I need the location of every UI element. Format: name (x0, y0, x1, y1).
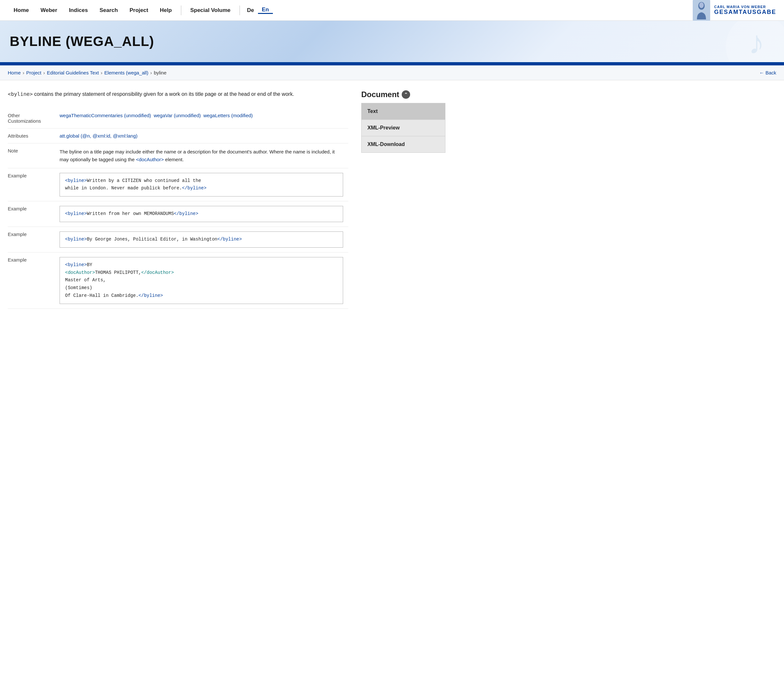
music-note-decoration: ♪ (748, 24, 765, 61)
sidebar-heading-label: Document (361, 90, 399, 99)
tag-open-3: <byline> (65, 237, 87, 242)
logo-bottom: GESAMTAUSGABE (714, 9, 776, 16)
tag-open-1: <byline> (65, 178, 87, 183)
nav-lang-de[interactable]: De (243, 7, 258, 14)
row-value-attributes: att.global (@n, @xml:id, @xml:lang) (60, 128, 348, 143)
nav-divider-1 (181, 5, 181, 15)
tag-close-4: </byline> (138, 293, 163, 298)
example-box-3: <byline>By George Jones, Political Edito… (60, 232, 343, 248)
example-text-3: By George Jones, Political Editor, in Wa… (87, 237, 217, 242)
breadcrumb: Home › Project › Editorial Guidelines Te… (8, 70, 166, 75)
row-label-example4: Example (8, 252, 60, 308)
table-row: Attributes att.global (@n, @xml:id, @xml… (8, 128, 348, 143)
example-box-2: <byline>Written from her own MEMORANDUMS… (60, 206, 343, 222)
detail-table: OtherCustomizations wegaThematicCommenta… (8, 108, 348, 309)
table-row: OtherCustomizations wegaThematicCommenta… (8, 108, 348, 128)
breadcrumb-elements[interactable]: Elements (wega_all) (104, 70, 148, 75)
blue-accent-bar (0, 62, 784, 65)
element-tag: <byline> (8, 91, 33, 97)
row-label-customizations: OtherCustomizations (8, 108, 60, 128)
row-label-example1: Example (8, 168, 60, 201)
row-value-example2: <byline>Written from her own MEMORANDUMS… (60, 201, 348, 227)
nav-link-project[interactable]: Project (123, 7, 154, 14)
tag-open-4: <byline> (65, 262, 87, 268)
note-text: The byline on a title page may include e… (60, 148, 343, 164)
sidebar-heading: Document ⌃ (361, 90, 445, 99)
nav-lang: De En (243, 6, 273, 14)
table-row: Example <byline>BY<docAuthor>THOMAS PHIL… (8, 252, 348, 308)
row-value-example4: <byline>BY<docAuthor>THOMAS PHILIPOTT,</… (60, 252, 348, 308)
table-row: Note The byline on a title page may incl… (8, 143, 348, 168)
nav-links: Home Weber Indices Search Project Help S… (8, 5, 273, 15)
nav-link-home[interactable]: Home (8, 7, 35, 14)
element-description: <byline> contains the primary statement … (8, 90, 348, 98)
breadcrumb-home[interactable]: Home (8, 70, 21, 75)
table-row: Example <byline>Written from her own MEM… (8, 201, 348, 227)
tag-open-2: <byline> (65, 211, 87, 216)
chevron-up-icon: ⌃ (402, 90, 410, 99)
nav-logo: CARL MARIA VON WEBER GESAMTAUSGABE (693, 0, 776, 21)
example-text-4c: Master of Arts,(Somtimes)Of Clare-Hall i… (65, 278, 138, 298)
row-value-example3: <byline>By George Jones, Political Edito… (60, 227, 348, 252)
logo-text: CARL MARIA VON WEBER GESAMTAUSGABE (714, 5, 776, 16)
breadcrumb-sep-4: › (150, 70, 152, 75)
tag-docauthor-close: </docAuthor> (141, 270, 174, 275)
logo-portrait (693, 0, 710, 21)
nav-link-special[interactable]: Special Volume (185, 7, 236, 14)
table-row: Example <byline>By George Jones, Politic… (8, 227, 348, 252)
row-value-customizations: wegaThematicCommentaries (unmodified) we… (60, 108, 348, 128)
nav-link-search[interactable]: Search (94, 7, 123, 14)
example-box-4: <byline>BY<docAuthor>THOMAS PHILIPOTT,</… (60, 257, 343, 304)
sidebar: Document ⌃ Text XML-Preview XML-Download (361, 90, 445, 309)
example-box-1: <byline>Written by a CITIZEN who continu… (60, 173, 343, 197)
link-docauthor[interactable]: <docAuthor> (136, 157, 164, 162)
customization-links: wegaThematicCommentaries (unmodified) we… (60, 113, 343, 118)
sidebar-btn-xml-download[interactable]: XML-Download (361, 136, 445, 153)
tag-close-3: </byline> (217, 237, 242, 242)
sidebar-btn-text[interactable]: Text (361, 103, 445, 119)
link-wega-var[interactable]: wegaVar (unmodified) (154, 113, 201, 118)
breadcrumb-bar: Home › Project › Editorial Guidelines Te… (0, 65, 784, 80)
hero-banner: BYLINE (WEGA_ALL) ♪ (0, 21, 784, 62)
link-wega-letters[interactable]: wegaLetters (modified) (203, 113, 253, 118)
page-title: BYLINE (WEGA_ALL) (10, 34, 154, 49)
content-area: <byline> contains the primary statement … (8, 90, 348, 309)
table-row: Example <byline>Written by a CITIZEN who… (8, 168, 348, 201)
row-value-example1: <byline>Written by a CITIZEN who continu… (60, 168, 348, 201)
nav-bar: Home Weber Indices Search Project Help S… (0, 0, 784, 21)
logo-top: CARL MARIA VON WEBER (714, 5, 766, 9)
breadcrumb-sep-3: › (101, 70, 102, 75)
tag-docauthor-open: <docAuthor> (65, 270, 95, 275)
link-att-global[interactable]: att.global (@n, @xml:id, @xml:lang) (60, 133, 138, 138)
example-text-2: Written from her own MEMORANDUMS (87, 211, 174, 216)
nav-link-help[interactable]: Help (154, 7, 178, 14)
back-link[interactable]: ← Back (759, 70, 776, 75)
row-label-note: Note (8, 143, 60, 168)
row-value-note: The byline on a title page may include e… (60, 143, 348, 168)
example-text-4a: BY (87, 262, 92, 268)
breadcrumb-sep-1: › (23, 70, 24, 75)
main-layout: <byline> contains the primary statement … (0, 80, 453, 318)
row-label-attributes: Attributes (8, 128, 60, 143)
nav-link-weber[interactable]: Weber (35, 7, 63, 14)
row-label-example2: Example (8, 201, 60, 227)
breadcrumb-project[interactable]: Project (26, 70, 41, 75)
svg-point-1 (699, 2, 704, 8)
breadcrumb-current: byline (154, 70, 166, 75)
row-label-example3: Example (8, 227, 60, 252)
link-wega-thematic[interactable]: wegaThematicCommentaries (unmodified) (60, 113, 151, 118)
tag-close-1: </byline> (182, 185, 206, 191)
sidebar-btn-xml-preview[interactable]: XML-Preview (361, 119, 445, 136)
nav-link-indices[interactable]: Indices (63, 7, 94, 14)
breadcrumb-sep-2: › (43, 70, 45, 75)
breadcrumb-editorial[interactable]: Editorial Guidelines Text (47, 70, 99, 75)
tag-close-2: </byline> (174, 211, 198, 216)
example-text-4b: THOMAS PHILIPOTT, (95, 270, 141, 275)
nav-lang-en[interactable]: En (258, 6, 273, 14)
